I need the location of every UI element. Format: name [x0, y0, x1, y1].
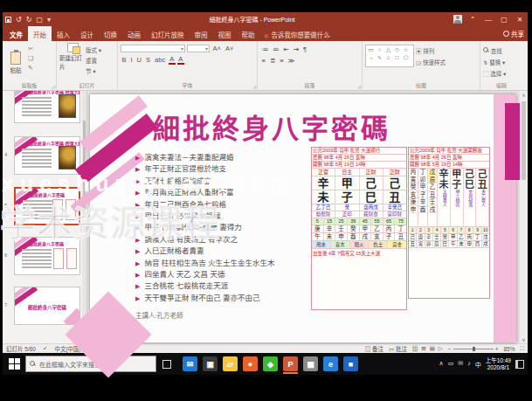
app-gray-icon[interactable]: ▦ — [303, 356, 318, 371]
canvas-scrollbar[interactable]: ∧ ∨ — [520, 91, 528, 343]
firefox-icon[interactable]: ● — [243, 356, 258, 371]
tab-4[interactable]: 设计 — [75, 26, 99, 41]
view-button-1[interactable]: ⊞ — [421, 345, 425, 352]
tray-icon-2[interactable]: ✉ — [458, 360, 463, 369]
tab-9[interactable]: 视图 — [213, 26, 237, 41]
undo-icon[interactable]: ↺ — [16, 16, 22, 24]
bullet-list[interactable]: ▶演禽夫妻法－夫妻重配遲婚▶年干正財正官提根於地支▶正財七殺格局均成立▶年月兩見… — [135, 152, 314, 304]
bazi-chart-left[interactable]: 公元2009年 肖牛 乾男 大運順行農曆 98年 4月 26日 亥時國曆 98年… — [311, 147, 407, 310]
tell-me-box[interactable]: ☼告诉我你想要做什么 — [260, 26, 334, 41]
decrease-font-icon[interactable]: A˅ — [224, 45, 234, 52]
bazi-chart-right[interactable]: 公元2009年 肖牛 乾男 大運國曆版農曆 98年 4月 26日 亥時國曆 98… — [408, 147, 490, 299]
zoom-slider[interactable]: − + — [448, 346, 499, 352]
tab-7[interactable]: 幻灯片放映 — [146, 26, 190, 41]
paragraph-icon-top-1[interactable]: ≕ — [272, 45, 281, 53]
paragraph-icon-top-2[interactable]: ⇤ — [282, 45, 290, 53]
font-style-icon-5[interactable]: A — [169, 55, 176, 65]
new-slide-button[interactable]: 新建幻灯片 — [59, 43, 86, 82]
app-blue-icon[interactable]: ■ — [343, 356, 358, 371]
tab-10[interactable]: 帮助 — [237, 26, 260, 41]
align-icon-3[interactable]: ≫ — [287, 57, 296, 65]
tab-3[interactable]: 插入 — [52, 26, 75, 41]
quick-styles-button[interactable]: ◲ 快速样式 — [416, 58, 446, 66]
powerpoint-icon[interactable]: P — [283, 356, 298, 371]
shape-icon-3[interactable]: ◇ — [393, 46, 401, 53]
cut-button[interactable]: ✂ — [28, 45, 33, 52]
shape-icon-0[interactable]: ▭ — [367, 46, 375, 53]
comments-button[interactable]: ▭ 批注 — [389, 344, 407, 353]
font-style-icon-0[interactable]: B — [121, 56, 128, 64]
tab-1[interactable]: 文件 — [4, 26, 28, 41]
shape-icon-6[interactable]: ∿ — [376, 54, 383, 61]
arrange-button[interactable]: ▣ 排列 — [416, 46, 446, 55]
tray-icon-3[interactable]: ♪ — [467, 360, 471, 369]
shape-icon-5[interactable]: → — [367, 54, 375, 61]
increase-font-icon[interactable]: A˄ — [211, 45, 222, 52]
redo-icon[interactable]: ↻ — [26, 16, 32, 24]
start-slideshow-icon[interactable]: ▢ — [36, 16, 43, 24]
font-size-combo[interactable]: ▾ — [187, 45, 210, 52]
paragraph-icon-top-0[interactable]: ≔ — [260, 45, 270, 53]
fit-to-window-icon[interactable]: ⛶ — [520, 345, 524, 352]
format-painter-button[interactable]: ✎ — [28, 65, 33, 72]
select-button[interactable]: ⬚ 选择 ▾ — [483, 69, 506, 78]
notification-center-icon[interactable] — [515, 360, 524, 369]
zoom-level[interactable]: 85% — [503, 346, 515, 352]
tab-2[interactable]: 开始 — [28, 26, 52, 41]
zoom-in-icon[interactable]: + — [495, 346, 499, 352]
notes-button[interactable]: ▤ 备注 — [365, 344, 383, 353]
slide-thumbnail-7[interactable]: 細批終身八字密碼 — [14, 287, 80, 325]
align-icon-2[interactable]: ≡ — [279, 57, 285, 65]
scroll-up-icon[interactable]: ∧ — [520, 92, 528, 98]
slide-thumbnail-partial[interactable]: 細批終身八字密碼 授課大綱 — [14, 91, 80, 123]
tab-6[interactable]: 动画 — [122, 26, 146, 41]
scroll-down-icon[interactable]: ∨ — [520, 336, 528, 342]
save-icon[interactable] — [5, 17, 11, 23]
shape-icon-2[interactable]: △ — [384, 46, 392, 53]
font-name-combo[interactable]: ▾ — [121, 45, 185, 52]
font-dialog-launcher[interactable]: ◿ — [252, 84, 256, 89]
align-icon-0[interactable]: ≡ — [260, 57, 266, 65]
file-explorer-icon[interactable]: ▱ — [223, 356, 238, 371]
tab-5[interactable]: 切换 — [99, 26, 122, 41]
task-view-button[interactable] — [160, 357, 174, 371]
paragraph-icon-top-4[interactable]: ¶ — [302, 45, 308, 53]
shape-icon-8[interactable]: □ — [393, 54, 401, 61]
shape-icon-1[interactable]: ○ — [376, 46, 383, 53]
paragraph-dialog-launcher[interactable]: ◿ — [357, 84, 361, 89]
maximize-button[interactable]: ▢ — [499, 16, 509, 24]
tray-icon-0[interactable]: ∧ — [439, 360, 444, 369]
slide-editor[interactable]: 細批終身八字密碼 ▶演禽夫妻法－夫妻重配遲婚▶年干正財正官提根於地支▶正財七殺格… — [90, 94, 516, 342]
reset-button[interactable]: 重置 — [86, 56, 101, 65]
view-button-3[interactable]: ▷ — [439, 345, 443, 352]
font-style-icon-4[interactable]: abc — [154, 56, 167, 64]
mail-app-icon[interactable]: ✉ — [183, 356, 197, 371]
tray-icon-1[interactable]: ▭ — [448, 360, 454, 369]
tray-icon-4[interactable]: 中 — [475, 360, 481, 369]
user-avatar[interactable] — [453, 15, 462, 24]
paragraph-icon-top-3[interactable]: ⇥ — [292, 45, 300, 53]
tab-8[interactable]: 审阅 — [190, 26, 213, 41]
replace-button[interactable]: ↯ 替换 ▾ — [483, 58, 506, 66]
app-dark-icon[interactable]: ▣ — [203, 356, 218, 371]
wechat-icon[interactable]: ◆ — [263, 356, 278, 371]
paste-button[interactable]: 粘贴 — [5, 43, 26, 82]
share-button[interactable]: 共享 — [503, 29, 524, 38]
taskbar-clock[interactable]: 上午10:492020/8/1 — [486, 357, 511, 370]
clipboard-dialog-launcher[interactable]: ◿ — [52, 84, 55, 89]
shapes-gallery[interactable]: ▭○△◇☆→∿⌂□⬡ — [365, 45, 414, 67]
view-button-2[interactable]: ▤ — [430, 345, 435, 352]
close-button[interactable]: ✕ — [515, 16, 525, 24]
minimize-button[interactable]: — — [483, 16, 494, 24]
font-style-icon-6[interactable]: A — [177, 55, 184, 65]
align-icon-1[interactable]: ≣ — [268, 57, 276, 65]
slide-thumbnail-6[interactable]: 細批終身八字密碼 — [14, 237, 80, 275]
layout-button[interactable]: 版式 ▾ — [86, 45, 101, 54]
section-button[interactable]: 节 ▾ — [86, 66, 101, 75]
spellcheck-icon[interactable]: ✓ — [43, 345, 47, 352]
font-style-icon-1[interactable]: I — [129, 56, 134, 64]
ribbon-display-options-icon[interactable]: ⌃ — [467, 16, 478, 24]
shape-icon-7[interactable]: ⌂ — [384, 54, 392, 61]
font-style-icon-3[interactable]: S — [145, 56, 152, 64]
slide-title[interactable]: 細批終身八字密碼 — [153, 107, 390, 146]
